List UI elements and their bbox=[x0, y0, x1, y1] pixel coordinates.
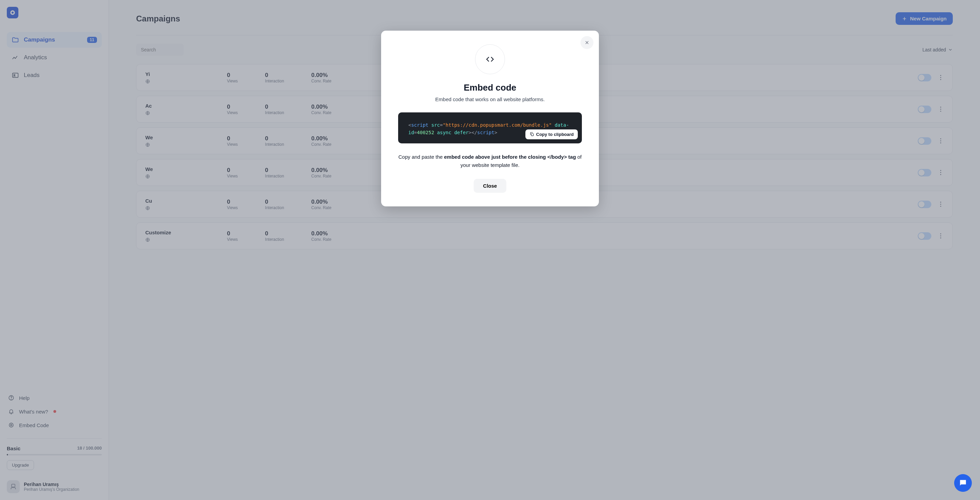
modal-close-button[interactable] bbox=[581, 36, 593, 49]
embed-code-block: <script src="https://cdn.popupsmart.com/… bbox=[398, 112, 582, 144]
code-icon bbox=[475, 44, 505, 74]
copy-icon bbox=[530, 132, 534, 137]
embed-code-modal: Embed code Embed code that works on all … bbox=[381, 30, 599, 206]
modal-title: Embed code bbox=[398, 82, 582, 93]
modal-subtitle: Embed code that works on all website pla… bbox=[398, 96, 582, 102]
chat-widget-button[interactable] bbox=[954, 474, 972, 492]
modal-close-action-button[interactable]: Close bbox=[474, 179, 507, 193]
copy-to-clipboard-button[interactable]: Copy to clipboard bbox=[525, 129, 578, 139]
modal-instruction: Copy and paste the embed code above just… bbox=[398, 153, 582, 169]
chat-icon bbox=[959, 479, 967, 487]
close-icon bbox=[584, 40, 590, 45]
modal-overlay[interactable]: Embed code Embed code that works on all … bbox=[0, 0, 980, 500]
copy-label: Copy to clipboard bbox=[536, 132, 574, 137]
svg-rect-15 bbox=[531, 134, 533, 136]
